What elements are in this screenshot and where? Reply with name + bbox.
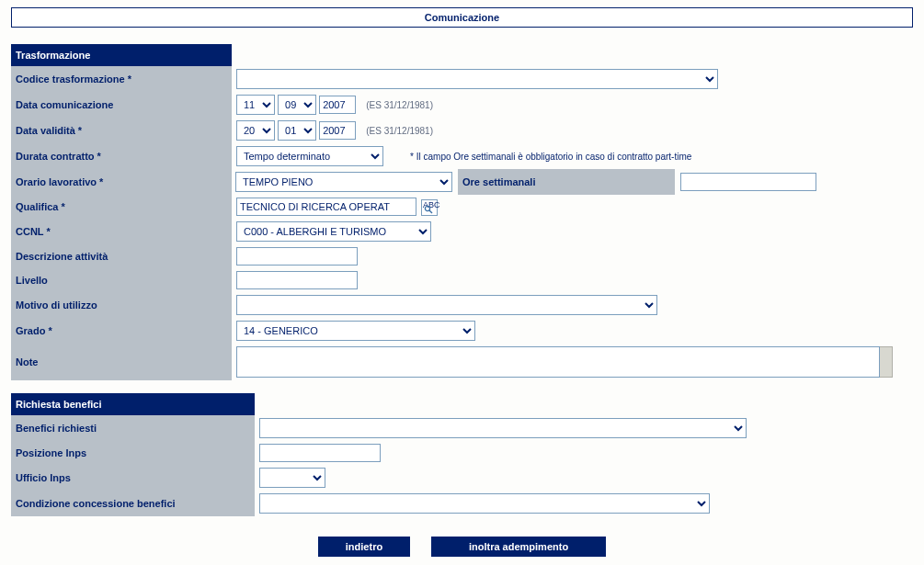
label-livello: Livello	[11, 268, 232, 292]
label-ufficio-inps: Ufficio Inps	[11, 465, 255, 491]
label-posizione-inps: Posizione Inps	[11, 441, 255, 465]
label-qualifica: Qualifica *	[11, 195, 232, 219]
data-com-month-select[interactable]: 09	[278, 95, 316, 115]
label-benefici-richiesti: Benefici richiesti	[11, 415, 255, 441]
label-data-validita: Data validità *	[11, 118, 232, 143]
orario-select[interactable]: TEMPO PIENO	[235, 172, 452, 192]
lookup-icon[interactable]: ABC	[421, 199, 438, 216]
label-condizione: Condizione concessione benefici	[11, 491, 255, 516]
durata-select[interactable]: Tempo determinato	[236, 146, 383, 166]
ccnl-select[interactable]: C000 - ALBERGHI E TURISMO	[236, 221, 431, 242]
grado-select[interactable]: 14 - GENERICO	[236, 321, 475, 341]
note-textarea[interactable]	[236, 346, 880, 378]
label-motivo: Motivo di utilizzo	[11, 292, 232, 318]
livello-input[interactable]	[236, 271, 358, 289]
qualifica-input[interactable]	[236, 198, 416, 216]
indietro-button[interactable]: indietro	[318, 537, 410, 557]
label-descrizione: Descrizione attività	[11, 244, 232, 268]
date-hint-2: (ES 31/12/1981)	[366, 126, 433, 136]
data-val-year-input[interactable]	[319, 121, 356, 140]
data-com-year-input[interactable]	[319, 96, 356, 114]
section-header-trasformazione: Trasformazione	[11, 44, 232, 66]
label-ore-settimanali: Ore settimanali	[458, 169, 675, 195]
benefici-table: Richiesta benefici Benefici richiesti Po…	[11, 393, 913, 516]
descrizione-input[interactable]	[236, 247, 358, 266]
benefici-select[interactable]	[259, 418, 747, 438]
inoltra-button[interactable]: inoltra adempimento	[431, 537, 606, 557]
textarea-scrollbar[interactable]	[880, 346, 893, 378]
ufficio-select[interactable]	[259, 468, 325, 488]
label-grado: Grado *	[11, 318, 232, 344]
page-title: Comunicazione	[11, 7, 913, 28]
label-ccnl: CCNL *	[11, 219, 232, 244]
ore-required-note: * Il campo Ore settimanali è obbligatori…	[410, 152, 691, 162]
date-hint-1: (ES 31/12/1981)	[366, 100, 433, 110]
condizione-select[interactable]	[259, 493, 710, 514]
label-data-comunicazione: Data comunicazione	[11, 92, 232, 118]
label-orario: Orario lavorativo *	[11, 169, 232, 195]
label-note: Note	[11, 344, 232, 380]
svg-point-0	[425, 206, 429, 210]
data-com-day-select[interactable]: 11	[236, 95, 275, 115]
codice-select[interactable]	[236, 69, 718, 89]
label-codice: Codice trasformazione *	[11, 66, 232, 92]
data-val-month-select[interactable]: 01	[278, 120, 316, 141]
svg-line-1	[429, 210, 432, 213]
trasformazione-table: Trasformazione Codice trasformazione * D…	[11, 44, 913, 380]
label-durata: Durata contratto *	[11, 143, 232, 169]
section-header-benefici: Richiesta benefici	[11, 393, 255, 415]
data-val-day-select[interactable]: 20	[236, 120, 275, 141]
posizione-input[interactable]	[259, 444, 381, 462]
button-row: indietro inoltra adempimento	[11, 537, 913, 557]
motivo-select[interactable]	[236, 295, 657, 315]
ore-input[interactable]	[680, 173, 816, 191]
